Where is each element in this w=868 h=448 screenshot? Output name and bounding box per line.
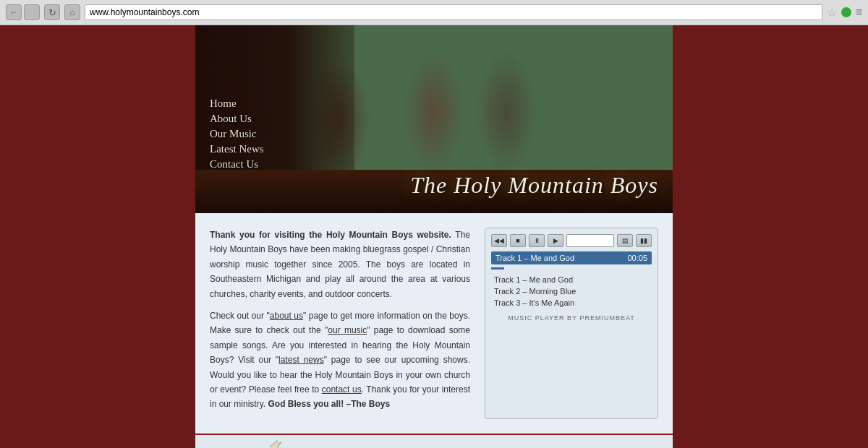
nav-home[interactable]: Home [210, 98, 264, 110]
bookmark-star-icon[interactable]: ☆ [827, 6, 837, 20]
back-button[interactable]: ← [6, 4, 22, 20]
about-us-link[interactable]: about us [270, 311, 303, 321]
main-text: Thank you for visiting the Holy Mountain… [210, 228, 485, 419]
prev-button[interactable]: ◀◀ [491, 234, 507, 247]
track-item-1[interactable]: Track 1 – Me and God [491, 274, 652, 285]
progress-line [491, 267, 504, 270]
body-paragraph: Check out our "about us" page to get mor… [210, 309, 470, 412]
nav-news[interactable]: Latest News [210, 143, 264, 155]
contact-us-link[interactable]: contact us [322, 384, 362, 395]
site-wrapper: Home About Us Our Music Latest News Cont… [195, 25, 673, 448]
track-item-3[interactable]: Track 3 – It's Me Again [491, 297, 652, 309]
green-indicator [841, 7, 851, 17]
menu-button[interactable]: ≡ [856, 6, 862, 19]
header-area: Home About Us Our Music Latest News Cont… [195, 25, 673, 213]
forward-button[interactable]: → [24, 4, 40, 20]
nav-menu: Home About Us Our Music Latest News Cont… [210, 98, 264, 173]
playback-time: 00:05 [627, 254, 647, 262]
guitar-icon: 🎸 [231, 436, 300, 448]
latest-news-link[interactable]: latest news [278, 355, 324, 365]
now-playing-bar: Track 1 – Me and God 00:05 [491, 251, 652, 264]
nav-contact[interactable]: Contact Us [210, 158, 264, 171]
now-playing-label: Track 1 – Me and God [495, 254, 574, 262]
address-bar[interactable] [85, 4, 822, 20]
nav-buttons: ← → [6, 4, 40, 20]
volume-button[interactable]: ▤ [617, 234, 633, 247]
bars-button[interactable]: ▮▮ [636, 234, 652, 247]
browser-chrome: ← → ↻ ⌂ ☆ ≡ [0, 0, 868, 25]
content-area: Thank you for visiting the Holy Mountain… [195, 213, 673, 434]
intro-bold: Thank you for visiting the Holy Mountain… [210, 230, 451, 240]
progress-bar[interactable] [566, 234, 614, 247]
nav-about[interactable]: About Us [210, 113, 264, 125]
play-button[interactable]: ▶ [548, 234, 563, 247]
player-footer: MUSIC PLAYER BY PREMIUMBEAT [491, 314, 652, 322]
bottom-promo: 🎸 See Where 🪕 [195, 434, 673, 448]
track-list: Track 1 – Me and God Track 2 – Morning B… [491, 274, 652, 309]
nav-music[interactable]: Our Music [210, 128, 264, 140]
band-title: The Holy Mountain Boys [410, 172, 658, 199]
sign-off: God Bless you all! –The Boys [268, 399, 390, 409]
our-music-link[interactable]: our music [328, 325, 367, 335]
stop-button[interactable]: ■ [510, 234, 526, 247]
intro-paragraph: Thank you for visiting the Holy Mountain… [210, 228, 470, 301]
home-button[interactable]: ⌂ [64, 4, 80, 20]
player-controls: ◀◀ ■ ⏸ ▶ ▤ ▮▮ [491, 234, 652, 247]
reload-button[interactable]: ↻ [44, 4, 60, 20]
track-item-2[interactable]: Track 2 – Morning Blue [491, 285, 652, 297]
intro-rest: The Holy Mountain Boys have been making … [210, 230, 470, 299]
music-player: ◀◀ ■ ⏸ ▶ ▤ ▮▮ Track 1 – Me and God 00:05… [485, 228, 658, 419]
pause-button[interactable]: ⏸ [529, 234, 545, 247]
